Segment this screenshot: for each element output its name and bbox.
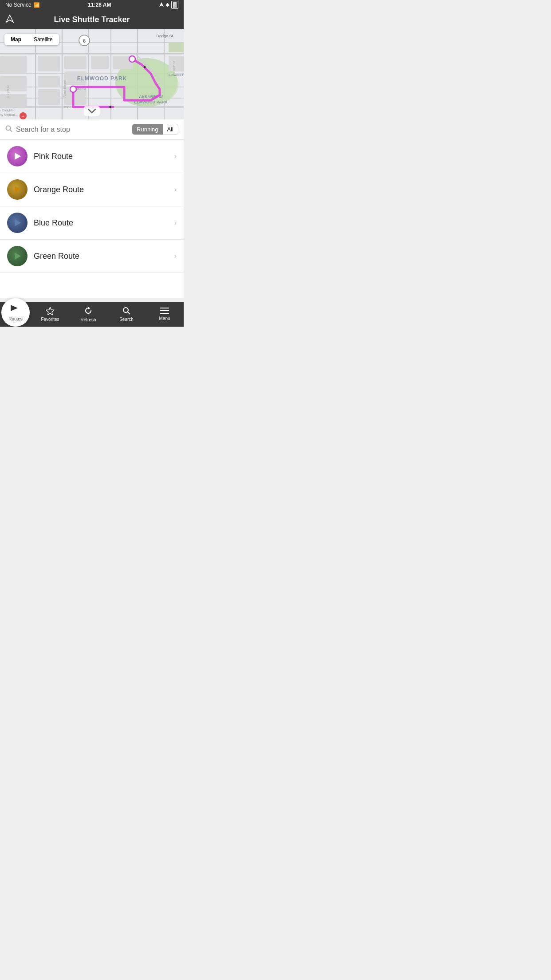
search-tab-label: Search [119,317,134,322]
svg-rect-25 [169,56,184,71]
svg-rect-18 [38,76,60,87]
svg-point-45 [70,86,76,92]
filter-toggle[interactable]: Running All [132,124,178,135]
search-tab-icon [122,307,130,316]
svg-marker-53 [15,253,21,260]
favorites-tab-label: Favorites [41,317,59,322]
pink-route-chevron-icon: › [174,152,177,160]
svg-point-48 [6,126,11,130]
svg-rect-20 [64,56,87,69]
svg-text:Elmwood Park: Elmwood Park [169,73,184,76]
orange-route-chevron-icon: › [174,186,177,194]
routes-tab-label: Routes [8,316,23,321]
map-button[interactable]: Map [4,34,28,45]
green-route-label: Green Route [34,252,174,261]
battery-icon: ▓ [171,1,178,8]
search-tab[interactable]: Search [107,302,146,327]
favorites-icon [46,307,55,316]
svg-text:ity Medical...: ity Medical... [0,113,17,117]
routes-icon [11,304,20,314]
svg-point-44 [129,56,135,62]
time-display: 11:28 AM [88,2,111,8]
stop-search-input[interactable] [16,126,128,134]
svg-text:Dodge St: Dodge St [156,34,173,38]
menu-tab[interactable]: Menu [146,302,184,327]
orange-route-icon [7,179,28,200]
svg-rect-15 [0,76,27,91]
svg-text:ELMWOOD PARK: ELMWOOD PARK [77,75,127,82]
pink-route-item[interactable]: Pink Route › [0,140,184,173]
svg-text:- Creighton: - Creighton [0,109,16,112]
svg-text:6: 6 [83,38,86,43]
all-filter[interactable]: All [163,124,178,134]
location-arrow-button[interactable] [5,14,14,25]
orange-route-label: Orange Route [34,185,174,194]
blue-route-chevron-icon: › [174,219,177,227]
satellite-button[interactable]: Satellite [28,34,59,45]
svg-marker-52 [15,219,21,226]
svg-marker-54 [11,305,18,311]
blue-route-label: Blue Route [34,218,174,228]
svg-point-55 [123,308,128,312]
status-bar: No Service 📶 11:28 AM ✱ ▓ [0,0,184,10]
refresh-tab[interactable]: Refresh [69,302,107,327]
map-type-toggle[interactable]: Map Satellite [4,34,59,45]
expand-map-button[interactable] [84,106,100,116]
menu-tab-label: Menu [159,316,170,321]
svg-rect-17 [38,56,60,71]
running-filter[interactable]: Running [132,124,162,134]
nav-header: Live Shuttle Tracker [0,10,184,29]
svg-rect-16 [0,94,27,107]
tab-bar: Routes Favorites Refresh Searc [0,302,184,327]
svg-rect-14 [0,56,27,74]
pink-route-icon [7,146,28,166]
pink-route-label: Pink Route [34,152,174,161]
route-list: Pink Route › Orange Route › Blue Route ›… [0,140,184,298]
refresh-icon [84,306,93,316]
refresh-tab-label: Refresh [80,317,96,322]
bluetooth-icon: ✱ [165,2,169,8]
wifi-icon: 📶 [34,2,40,8]
location-icon [159,2,164,8]
svg-text:S 78th St: S 78th St [6,85,9,98]
svg-line-49 [10,130,12,132]
blue-route-icon [7,213,28,233]
routes-tab[interactable]: Routes [1,298,30,327]
search-icon [5,125,12,134]
no-service-text: No Service [5,2,31,8]
svg-rect-23 [91,56,109,69]
svg-text:72nd Street: 72nd Street [63,79,67,98]
orange-route-item[interactable]: Orange Route › [0,173,184,206]
svg-marker-50 [15,153,21,160]
green-route-icon [7,246,28,266]
menu-icon [160,308,169,315]
svg-rect-19 [38,89,60,105]
svg-line-56 [128,312,130,315]
page-title: Live Shuttle Tracker [54,15,130,24]
search-bar: Running All [0,119,184,140]
svg-text:+: + [22,115,24,119]
green-route-item[interactable]: Green Route › [0,240,184,273]
map-container: 6 Dodge St ELMWOOD PARK AKSARBEN/ ELMWOO… [0,29,184,119]
svg-marker-51 [15,186,21,193]
svg-rect-26 [169,43,184,52]
svg-text:S 60th St: S 60th St [173,61,176,74]
blue-route-item[interactable]: Blue Route › [0,206,184,240]
green-route-chevron-icon: › [174,252,177,260]
favorites-tab[interactable]: Favorites [31,302,69,327]
